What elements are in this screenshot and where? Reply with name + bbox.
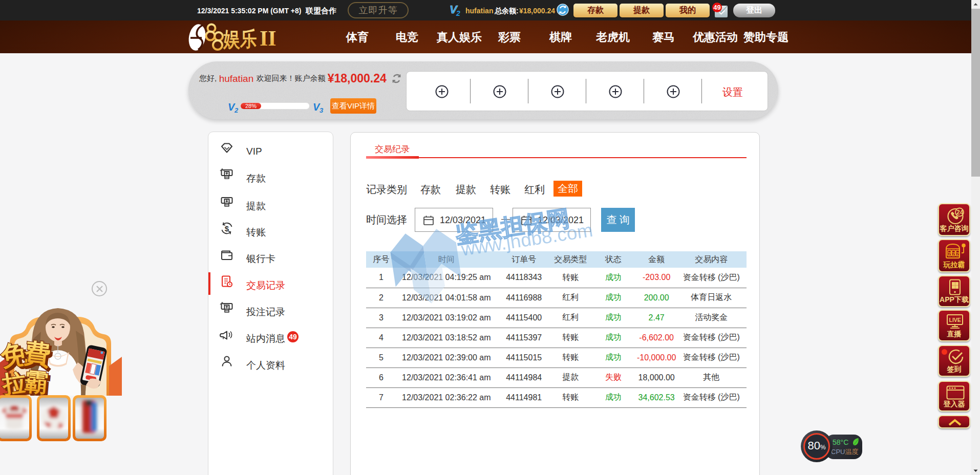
svg-text:費: 費: [22, 337, 53, 370]
svg-text:7: 7: [948, 251, 951, 256]
svg-text:娱乐: 娱乐: [223, 28, 257, 51]
svg-text:2: 2: [456, 9, 460, 16]
svg-text:3: 3: [319, 106, 324, 114]
svg-text:霸: 霸: [23, 368, 49, 396]
svg-text:$: $: [225, 224, 229, 233]
svg-text:II: II: [260, 27, 276, 50]
svg-text:2: 2: [234, 106, 239, 114]
svg-text:24: 24: [956, 209, 964, 216]
svg-text:7: 7: [956, 251, 959, 256]
svg-text:7: 7: [952, 251, 955, 256]
svg-text:LIVE: LIVE: [949, 317, 961, 323]
